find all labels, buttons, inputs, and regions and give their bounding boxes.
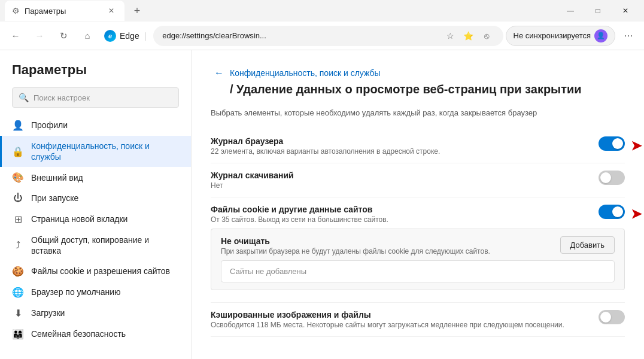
sidebar: Параметры 🔍 Поиск настроек 👤 Профили 🔒 К… <box>0 50 192 359</box>
edge-label: Edge <box>120 31 139 41</box>
search-box[interactable]: 🔍 Поиск настроек <box>12 87 179 108</box>
search-icon: 🔍 <box>19 93 29 102</box>
sidebar-item-startup[interactable]: ⏻ При запуске <box>0 188 191 208</box>
sidebar-item-label: Загрузки <box>31 308 65 318</box>
edge-icon: e <box>104 30 116 42</box>
sidebar-item-label: Браузер по умолчанию <box>31 287 121 297</box>
setting-name: Журнал скачиваний <box>211 171 587 180</box>
page-title: / Удаление данных о просмотре веб-страни… <box>211 83 625 96</box>
sidebar-item-cookies[interactable]: 🍪 Файлы cookie и разрешения сайтов <box>0 261 191 282</box>
profile-avatar: 👤 <box>594 29 607 42</box>
toggle-track <box>599 310 625 324</box>
setting-cookies: Файлы cookie и другие данные сайтов От 3… <box>211 197 625 303</box>
setting-desc: От 35 сайтов. Выход из сети на большинст… <box>211 215 587 224</box>
setting-desc: Освободится 118 МБ места. Некоторые сайт… <box>211 321 587 329</box>
cookie-exception-box: Не очищать При закрытии браузера не буду… <box>211 229 625 290</box>
browser-history-toggle[interactable] <box>599 136 625 151</box>
address-separator: | <box>144 31 147 41</box>
sidebar-item-label: Профили <box>31 120 68 130</box>
newtab-icon: ⊞ <box>12 214 24 225</box>
profile-label: Не синхронизируется <box>514 31 591 40</box>
page-header: ← Конфиденциальность, поиск и службы / У… <box>211 65 625 96</box>
more-button[interactable]: ··· <box>618 25 639 47</box>
setting-name: Файлы cookie и другие данные сайтов <box>211 205 587 214</box>
cookie-box-header: Не очищать При закрытии браузера не буду… <box>221 236 615 255</box>
back-button[interactable]: ← <box>5 25 26 47</box>
download-history-toggle[interactable] <box>599 171 625 185</box>
sidebar-item-profiles[interactable]: 👤 Профили <box>0 115 191 136</box>
default-icon: 🌐 <box>12 287 24 298</box>
sidebar-item-downloads[interactable]: ⬇ Загрузки <box>0 303 191 324</box>
sidebar-item-label: Конфиденциальность, поиск и службы <box>31 141 179 162</box>
edge-logo: e Edge | <box>104 30 147 42</box>
close-tab-button[interactable]: ✕ <box>105 5 117 17</box>
search-placeholder: Поиск настроек <box>34 93 90 102</box>
share-icon[interactable]: ⎋ <box>479 28 494 44</box>
toggle-thumb <box>600 312 611 323</box>
family-icon: 👨‍👩‍👧 <box>12 328 24 340</box>
sidebar-item-appearance[interactable]: 🎨 Внешний вид <box>0 167 191 188</box>
sidebar-item-label: Семейная безопасность <box>31 328 126 339</box>
navbar: ← → ↻ ⌂ e Edge | edge://settings/clearBr… <box>0 22 644 50</box>
cookies-toggle[interactable] <box>599 205 625 219</box>
toggle-track <box>599 205 625 219</box>
tab-label: Параметры <box>25 7 66 16</box>
sharing-icon: ⤴ <box>12 240 24 251</box>
profile-button[interactable]: Не синхронизируется 👤 <box>506 26 615 46</box>
arrow-indicator-1: ➤ <box>631 138 642 154</box>
refresh-button[interactable]: ↻ <box>53 25 74 47</box>
cookie-box-title: Не очищать <box>221 236 490 246</box>
main-area: Параметры 🔍 Поиск настроек 👤 Профили 🔒 К… <box>0 50 644 359</box>
favorites-icon[interactable]: ☆ <box>443 28 458 44</box>
toggle-track <box>599 171 625 185</box>
sidebar-item-sharing[interactable]: ⤴ Общий доступ, копирование и вставка <box>0 230 191 261</box>
cookie-empty-state: Сайты не добавлены <box>221 260 615 282</box>
cached-toggle[interactable] <box>599 310 625 324</box>
downloads-icon: ⬇ <box>12 308 24 319</box>
setting-info: Журнал скачиваний Нет <box>211 171 587 190</box>
setting-info: Журнал браузера 22 элемента, включая вар… <box>211 136 587 156</box>
address-icons: ☆ ⭐ ⎋ <box>443 28 494 44</box>
active-tab[interactable]: ⚙ Параметры ✕ <box>5 1 124 21</box>
content-area: ← Конфиденциальность, поиск и службы / У… <box>192 50 644 359</box>
setting-desc: Нет <box>211 181 587 190</box>
new-tab-button[interactable]: + <box>127 1 147 21</box>
sidebar-item-newtab[interactable]: ⊞ Страница новой вкладки <box>0 209 191 230</box>
sidebar-item-label: Страница новой вкладки <box>31 214 127 224</box>
sidebar-item-privacy[interactable]: 🔒 Конфиденциальность, поиск и службы <box>0 136 191 167</box>
startup-icon: ⏻ <box>12 193 24 203</box>
breadcrumb-row: ← Конфиденциальность, поиск и службы <box>211 65 625 81</box>
content-back-button[interactable]: ← <box>211 65 227 81</box>
cookies-icon: 🍪 <box>12 266 24 277</box>
setting-info: Кэшированные изображения и файлы Освобод… <box>211 310 587 329</box>
toggle-thumb <box>600 172 611 183</box>
toggle-thumb <box>612 138 623 149</box>
sidebar-item-family[interactable]: 👨‍👩‍👧 Семейная безопасность <box>0 324 191 345</box>
page-subtitle: Выбрать элементы, которые необходимо уда… <box>211 108 625 117</box>
address-bar[interactable]: edge://settings/clearBrowsin... ☆ ⭐ ⎋ <box>153 26 503 46</box>
cookie-box-text: Не очищать При закрытии браузера не буду… <box>221 236 490 255</box>
window-controls: — □ ✕ <box>557 1 639 21</box>
sidebar-title: Параметры <box>0 62 191 87</box>
sidebar-item-label: Внешний вид <box>31 172 83 183</box>
setting-desc: 22 элемента, включая варианты автозаполн… <box>211 147 587 156</box>
maximize-button[interactable]: □ <box>584 1 612 21</box>
close-window-button[interactable]: ✕ <box>612 1 639 21</box>
setting-info: Файлы cookie и другие данные сайтов От 3… <box>211 205 587 224</box>
add-exception-button[interactable]: Добавить <box>560 236 615 254</box>
sidebar-item-label: Общий доступ, копирование и вставка <box>31 235 179 256</box>
minimize-button[interactable]: — <box>557 1 584 21</box>
setting-name: Журнал браузера <box>211 136 587 146</box>
collections-icon[interactable]: ⭐ <box>461 28 476 44</box>
setting-browser-history: Журнал браузера 22 элемента, включая вар… <box>211 129 625 163</box>
home-button[interactable]: ⌂ <box>77 25 98 47</box>
toggle-track <box>599 136 625 151</box>
privacy-icon: 🔒 <box>12 146 24 157</box>
setting-download-history: Журнал скачиваний Нет <box>211 163 625 197</box>
sidebar-item-label: При запуске <box>31 193 78 203</box>
forward-button[interactable]: → <box>29 25 50 47</box>
tab-settings-icon: ⚙ <box>12 6 20 16</box>
sidebar-item-default[interactable]: 🌐 Браузер по умолчанию <box>0 282 191 303</box>
sidebar-item-label: Файлы cookie и разрешения сайтов <box>31 266 170 276</box>
breadcrumb-link[interactable]: Конфиденциальность, поиск и службы <box>230 68 381 78</box>
